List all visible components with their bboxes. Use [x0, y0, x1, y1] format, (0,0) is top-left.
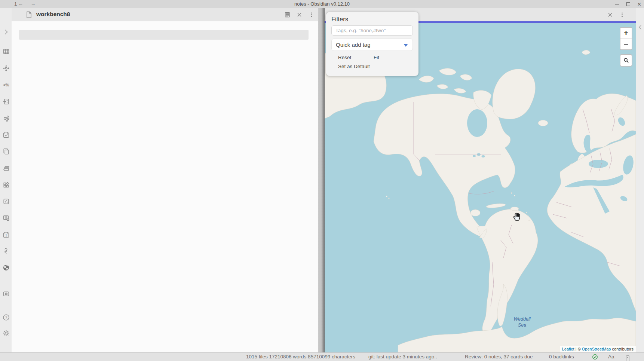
close-map-pane-icon[interactable] — [607, 11, 613, 18]
calendar-check-icon[interactable] — [2, 131, 10, 138]
media-frame-icon[interactable] — [2, 290, 10, 297]
tab-title: workbench8 — [36, 11, 70, 18]
quick-add-tag-label: Quick add tag — [336, 42, 371, 48]
set-as-default-button[interactable]: Set as Default — [338, 64, 370, 69]
obsidian-window: 1 ← → notes - Obsidian v0.12.10 ✕ <% 1 ? — [0, 0, 644, 361]
file-stats: 1015 files 17210806 words 85710099 chara… — [246, 353, 355, 361]
minimize-icon[interactable] — [614, 2, 619, 7]
map-filters-panel: Filters Quick add tag Reset Fit Set as D… — [326, 12, 418, 76]
reset-button[interactable]: Reset — [338, 55, 351, 60]
left-ribbon: <% 1 ? — [0, 8, 12, 352]
zoom-in-button[interactable]: + — [620, 28, 632, 39]
reading-view-icon[interactable] — [284, 11, 291, 18]
window-title: notes - Obsidian v0.12.10 — [0, 0, 644, 8]
sea-label-weddell: Weddell — [514, 316, 531, 322]
table-settings-icon[interactable] — [2, 214, 10, 221]
daily-note-icon[interactable]: 1 — [2, 231, 10, 238]
tags-filter-input[interactable] — [331, 25, 413, 36]
svg-text:1: 1 — [5, 233, 7, 237]
quick-add-tag-dropdown[interactable]: Quick add tag — [331, 39, 413, 51]
fit-button[interactable]: Fit — [374, 55, 379, 60]
map-globe-icon[interactable] — [2, 264, 10, 271]
status-square-icon — [626, 355, 629, 361]
blocks-icon[interactable] — [2, 181, 10, 189]
search-icon — [623, 58, 629, 63]
close-pane-icon[interactable] — [296, 11, 303, 18]
titlebar: 1 ← → notes - Obsidian v0.12.10 ✕ — [0, 0, 644, 8]
chevron-expand-icon[interactable] — [2, 28, 10, 36]
sea-label-sea: Sea — [518, 322, 526, 328]
map-more-options-icon[interactable] — [619, 11, 625, 18]
svg-text:?: ? — [5, 315, 7, 319]
templater-icon[interactable]: <% — [2, 81, 10, 89]
note-pane-header: workbench8 — [12, 8, 318, 21]
help-icon[interactable]: ? — [2, 313, 10, 321]
zoom-out-button[interactable]: − — [620, 39, 632, 49]
window-controls: ✕ — [614, 0, 642, 8]
backlinks-count: 0 backlinks — [549, 353, 574, 361]
dropdown-caret-icon — [404, 44, 408, 47]
copy-note-icon[interactable] — [2, 147, 10, 155]
leaflet-link[interactable]: Leaflet — [562, 347, 574, 351]
map-pane: Weddell Sea + − Leaflet | © OpenStreetMa… — [325, 8, 636, 352]
table-icon[interactable] — [2, 48, 10, 55]
settings-icon[interactable] — [2, 329, 10, 337]
chevron-collapse-icon[interactable] — [637, 24, 644, 31]
close-icon[interactable]: ✕ — [637, 2, 642, 7]
hand-grab-cursor — [512, 212, 522, 222]
map-attribution: Leaflet | © OpenStreetMap contributors — [560, 346, 636, 352]
right-ribbon — [636, 8, 644, 352]
filters-title: Filters — [331, 16, 413, 23]
maximize-icon[interactable] — [626, 2, 631, 7]
map-zoom-control: + − — [620, 27, 632, 50]
empty-line-highlight — [19, 30, 309, 40]
route-icon[interactable] — [2, 247, 10, 254]
syntax-toggle[interactable]: Aa — [608, 354, 614, 361]
file-icon — [26, 11, 33, 19]
git-status: git: last update 3 minutes ago.. — [368, 353, 437, 361]
card-stack-icon[interactable] — [2, 164, 10, 172]
status-bar: 1015 files 17210806 words 85710099 chara… — [0, 352, 644, 361]
map-search-button[interactable] — [620, 54, 632, 67]
graph-icon[interactable] — [2, 114, 10, 122]
note-embed-icon[interactable] — [2, 98, 10, 105]
status-check-icon — [592, 354, 598, 361]
review-status: Review: 0 notes, 37 cards due — [465, 353, 533, 361]
more-options-icon[interactable] — [308, 11, 315, 18]
pan-move-icon[interactable] — [2, 64, 10, 72]
dice-icon[interactable] — [2, 198, 10, 205]
note-pane: workbench8 — [12, 8, 318, 352]
pane-resize-divider[interactable] — [318, 8, 325, 352]
openstreetmap-link[interactable]: OpenStreetMap — [582, 347, 611, 351]
note-editor[interactable] — [12, 21, 318, 352]
